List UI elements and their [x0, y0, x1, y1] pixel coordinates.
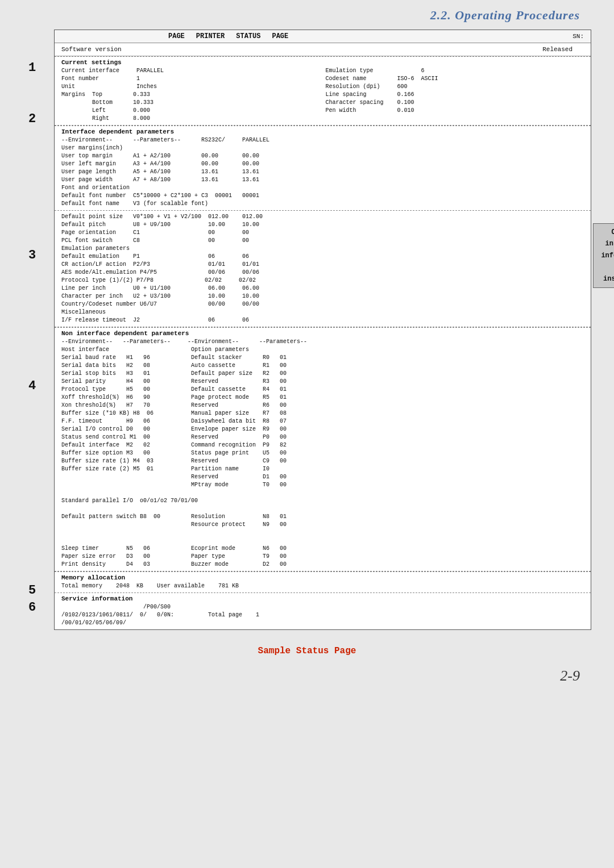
marker-1: 1 — [28, 61, 36, 75]
memory-allocation-content: Total memory 2048 KB User available 781 … — [61, 582, 584, 590]
current-settings-right: Emulation type 6 Codeset name ISO-6 ASCI… — [326, 67, 584, 123]
non-interface-params-title: Non interface dependent parameters — [61, 330, 584, 337]
section-software-version: Software version Released — [55, 43, 591, 56]
chapter-title: Operating Procedures — [455, 8, 580, 22]
page-number: 2-9 — [560, 667, 580, 684]
non-interface-params-content: --Environment-- --Parameters-- --Environ… — [61, 338, 584, 569]
nav-page: PAGE — [168, 32, 185, 40]
option-info-box: Option interface information (if install… — [593, 223, 614, 288]
option-line3: information — [598, 250, 614, 261]
page-header: 2.2. Operating Procedures — [0, 0, 614, 25]
service-info-content: /P00/S00 /0102/0123/1061/0811/ 0/ 0/0N: … — [61, 603, 584, 627]
section-interface-params-b: Default point size V0*100 + V1 + V2/100 … — [55, 211, 591, 327]
service-info-title: Service information — [61, 595, 584, 602]
marker-4: 4 — [28, 379, 36, 393]
marker-6: 6 — [28, 600, 36, 615]
sw-version-value: Released — [542, 46, 584, 53]
option-line4: (if installed) — [598, 261, 614, 285]
marker-2: 2 — [28, 112, 36, 126]
nav-links: PAGE PRINTER STATUS PAGE — [168, 32, 288, 40]
current-settings-left: Current interface PARALLEL Font number 1… — [61, 67, 320, 123]
nav-printer: PRINTER — [196, 32, 225, 40]
nav-page2: PAGE — [272, 32, 288, 40]
sn-label: SN: — [572, 33, 584, 40]
option-line1: Option — [598, 227, 614, 238]
section-memory-allocation: Memory allocation Total memory 2048 KB U… — [55, 572, 591, 593]
sw-version-label: Software version — [61, 46, 542, 53]
current-settings-title: Current settings — [61, 59, 584, 66]
chapter-number: 2.2. — [430, 8, 451, 22]
section-current-settings: Current settings Current interface PARAL… — [55, 57, 591, 126]
caption-area: Sample Status Page — [0, 630, 614, 662]
marker-5: 5 — [28, 583, 36, 598]
marker-3: 3 — [28, 248, 36, 262]
page-number-area: 2-9 — [0, 662, 614, 690]
option-line2: interface — [598, 238, 614, 249]
memory-allocation-title: Memory allocation — [61, 574, 584, 581]
section-interface-params: Interface dependent parameters --Environ… — [55, 126, 591, 211]
interface-params-content: --Environment-- --Parameters-- RS232C/ P… — [61, 136, 584, 208]
section-service-info: Service information /P00/S00 /0102/0123/… — [55, 593, 591, 629]
interface-params-b-content: Default point size V0*100 + V1 + V2/100 … — [61, 213, 584, 324]
content-area: Option interface information (if install… — [54, 30, 591, 630]
caption-text: Sample Status Page — [258, 646, 356, 656]
interface-params-title: Interface dependent parameters — [61, 128, 584, 135]
top-nav-bar: PAGE PRINTER STATUS PAGE SN: — [55, 30, 591, 43]
numbers-sidebar: 1 2 3 4 5 6 — [23, 30, 54, 630]
section-non-interface-params: Non interface dependent parameters --Env… — [55, 328, 591, 571]
nav-status: STATUS — [236, 32, 260, 40]
